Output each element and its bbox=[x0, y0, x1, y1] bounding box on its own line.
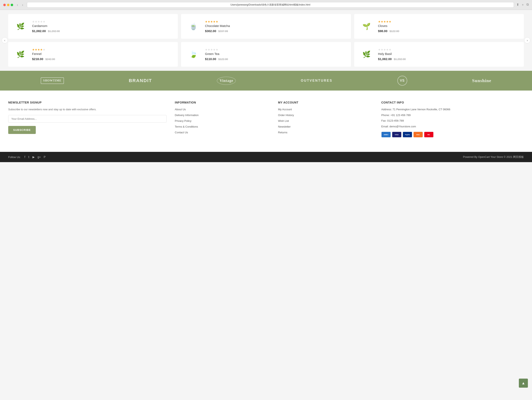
paypal-icon: PayPal bbox=[403, 132, 412, 137]
product-price-row: $98.00 $122.00 bbox=[378, 29, 520, 33]
follow-label: Follow Us: bbox=[8, 155, 21, 159]
product-price-row: $110.00 $122.00 bbox=[205, 57, 347, 61]
list-item: Terms & Conditions bbox=[175, 125, 270, 128]
list-item: My Account bbox=[278, 107, 373, 111]
my-account-link[interactable]: Order History bbox=[278, 114, 294, 117]
product-card: 🌿 ★★★★★ Cardamom $1,082.00 $1,202.00 bbox=[8, 14, 178, 39]
products-grid: 🌿 ★★★★★ Cardamom $1,082.00 $1,202.00 🍵 ★… bbox=[8, 14, 524, 67]
subscribe-button[interactable]: SUBSCRIBE bbox=[8, 126, 36, 134]
product-info: ★★★★★ Fennel $218.00 $242.00 bbox=[32, 48, 174, 61]
product-info: ★★★★★ Green Tea $110.00 $122.00 bbox=[205, 48, 347, 61]
product-card: 🌿 ★★★★★ Fennel $218.00 $242.00 bbox=[8, 42, 178, 67]
brand-logo: BRANDIT bbox=[129, 78, 152, 83]
product-original-price: $122.00 bbox=[390, 30, 399, 33]
product-image: 🌿 bbox=[12, 46, 29, 63]
new-tab-icon[interactable]: ＋ bbox=[521, 3, 524, 7]
information-link[interactable]: Terms & Conditions bbox=[175, 125, 198, 128]
googleplus-link[interactable]: g+ bbox=[38, 155, 41, 159]
product-name: Fennel bbox=[32, 52, 174, 56]
product-info: ★★★★★ Cardamom $1,082.00 $1,202.00 bbox=[32, 20, 174, 33]
tabs-icon[interactable]: ⧉ bbox=[526, 3, 529, 7]
list-item: Privacy Policy bbox=[175, 119, 270, 123]
information-link[interactable]: Privacy Policy bbox=[175, 119, 191, 123]
back-button[interactable]: ‹ bbox=[16, 3, 19, 7]
newsletter-section: NEWSLETTER SIGNUP Subscribe to our newsl… bbox=[8, 101, 166, 137]
products-carousel: ‹ 🌿 ★★★★★ Cardamom $1,082.00 $1,202.00 🍵… bbox=[0, 10, 532, 71]
window-controls bbox=[3, 4, 13, 6]
product-original-price: $1,202.00 bbox=[48, 30, 60, 33]
browser-nav: ‹ › bbox=[16, 3, 25, 7]
product-info: ★★★★★ Chocolate Matcha $302.00 $337.99 bbox=[205, 20, 347, 33]
forward-button[interactable]: › bbox=[21, 3, 24, 7]
contact-info-section: CONTACT INFO Address: 71 Pennington Lane… bbox=[381, 101, 524, 137]
browser-chrome: ‹ › Users/janewang/Downloads/绿色小清新绿茶商城网站… bbox=[0, 0, 532, 10]
my-account-section: MY ACCOUNT My AccountOrder HistoryWish L… bbox=[278, 101, 373, 137]
twitter-link[interactable]: 𝕥 bbox=[28, 155, 30, 159]
my-account-link[interactable]: Returns bbox=[278, 131, 288, 134]
product-name: Holy Basil bbox=[378, 52, 520, 56]
information-link[interactable]: Delivery Information bbox=[175, 114, 199, 117]
information-section: INFORMATION About UsDelivery Information… bbox=[175, 101, 270, 137]
close-dot[interactable] bbox=[3, 4, 6, 6]
brand-logo: Vintage bbox=[217, 77, 236, 85]
minimize-dot[interactable] bbox=[7, 4, 9, 6]
product-stars: ★★★★★ bbox=[32, 48, 174, 51]
brand-logo: SHOWTIME bbox=[41, 77, 64, 84]
list-item: Delivery Information bbox=[175, 113, 270, 117]
pinterest-link[interactable]: P bbox=[44, 155, 46, 159]
product-price: $1,082.00 bbox=[378, 57, 392, 61]
product-price: $98.00 bbox=[378, 29, 387, 33]
brand-logo: VS bbox=[397, 76, 407, 86]
information-title: INFORMATION bbox=[175, 101, 270, 104]
product-price: $1,082.00 bbox=[32, 29, 46, 33]
product-card: 🍃 ★★★★★ Green Tea $110.00 $122.00 bbox=[181, 42, 351, 67]
youtube-link[interactable]: ▶ bbox=[32, 155, 35, 159]
contact-email: Email: demo@Yourstore.com bbox=[381, 124, 524, 129]
facebook-link[interactable]: f bbox=[25, 155, 25, 159]
product-stars: ★★★★★ bbox=[378, 48, 520, 51]
url-bar[interactable]: Users/janewang/Downloads/绿色小清新绿茶商城网站html… bbox=[27, 2, 514, 8]
product-price-row: $218.00 $242.00 bbox=[32, 57, 174, 61]
newsletter-input-wrap bbox=[8, 115, 166, 123]
product-original-price: $122.00 bbox=[218, 58, 228, 61]
list-item: Returns bbox=[278, 130, 373, 134]
footer: NEWSLETTER SIGNUP Subscribe to our newsl… bbox=[0, 90, 532, 152]
carousel-prev-button[interactable]: ‹ bbox=[2, 37, 8, 43]
newsletter-title: NEWSLETTER SIGNUP bbox=[8, 101, 166, 104]
contact-info-title: CONTACT INFO bbox=[381, 101, 524, 104]
list-item: About Us bbox=[175, 107, 270, 111]
product-price-row: $1,082.00 $1,202.00 bbox=[32, 29, 174, 33]
browser-actions: ⬆ ＋ ⧉ bbox=[516, 3, 529, 7]
brands-bar: SHOWTIMEBRANDITVintageOUTVENTURESVSSunsh… bbox=[0, 71, 532, 90]
my-account-link[interactable]: Wish List bbox=[278, 119, 289, 123]
mastercard-icon: MC bbox=[424, 132, 434, 137]
brand-logo: OUTVENTURES bbox=[301, 79, 332, 83]
maximize-dot[interactable] bbox=[11, 4, 13, 6]
product-image: 🌱 bbox=[358, 18, 375, 35]
product-card: 🌿 ★★★★★ Holy Basil $1,082.00 $1,202.00 bbox=[354, 42, 524, 67]
information-link[interactable]: Contact Us bbox=[175, 131, 188, 134]
carousel-next-button[interactable]: › bbox=[524, 37, 530, 43]
product-image: 🌿 bbox=[358, 46, 375, 63]
product-card: 🌱 ★★★★★ Cloves $98.00 $122.00 bbox=[354, 14, 524, 39]
product-stars: ★★★★★ bbox=[378, 20, 520, 23]
my-account-link[interactable]: Newsletter bbox=[278, 125, 291, 128]
product-price-row: $1,082.00 $1,202.00 bbox=[378, 57, 520, 61]
contact-phone: Phone: +91 123 456 789 bbox=[381, 113, 524, 117]
social-links: Follow Us: f 𝕥 ▶ g+ P bbox=[8, 155, 46, 159]
list-item: Contact Us bbox=[175, 130, 270, 134]
product-original-price: $337.99 bbox=[218, 30, 228, 33]
amex-icon: AMEX bbox=[381, 132, 391, 137]
product-name: Cardamom bbox=[32, 24, 174, 28]
my-account-link[interactable]: My Account bbox=[278, 108, 292, 111]
information-link[interactable]: About Us bbox=[175, 108, 186, 111]
bottom-bar: Follow Us: f 𝕥 ▶ g+ P Powered By OpenCar… bbox=[0, 152, 532, 162]
footer-grid: NEWSLETTER SIGNUP Subscribe to our newsl… bbox=[8, 101, 524, 137]
discover-icon: DISC bbox=[413, 132, 423, 137]
newsletter-input[interactable] bbox=[8, 115, 166, 123]
visa-icon: VISA bbox=[392, 132, 401, 137]
share-icon[interactable]: ⬆ bbox=[516, 3, 519, 7]
brand-logo: Sunshine bbox=[472, 78, 492, 83]
product-original-price: $1,202.00 bbox=[394, 58, 406, 61]
product-name: Green Tea bbox=[205, 52, 347, 56]
